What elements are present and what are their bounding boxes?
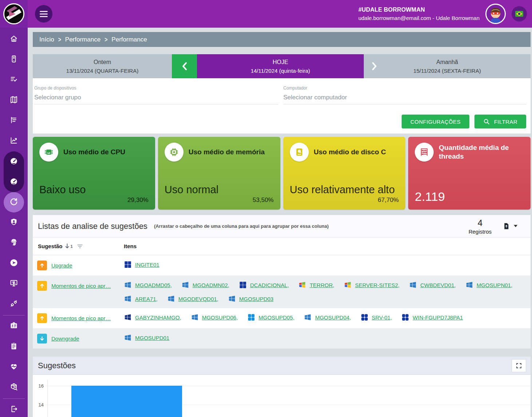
sidebar-item-home[interactable] xyxy=(0,29,28,49)
suggestion-link[interactable]: Momentos de pico apr… xyxy=(51,315,111,321)
filter-column-icon[interactable] xyxy=(77,244,83,249)
search-box-icon xyxy=(9,382,18,393)
computer-link[interactable]: CWBDEVD01, xyxy=(409,281,456,289)
computer-link[interactable]: SERVER-SITES2, xyxy=(344,281,399,289)
sidebar-item-line-chart[interactable] xyxy=(0,131,28,151)
computer-name: INGITE01 xyxy=(135,262,159,268)
date-prev-segment[interactable]: Ontem 13/11/2024 (QUARTA-FEIRA) xyxy=(33,54,172,78)
brazil-flag-icon xyxy=(515,11,523,17)
breadcrumb-separator-icon: > xyxy=(105,36,107,43)
metric-card-disk[interactable]: Uso médio de disco CUso relativamente al… xyxy=(283,137,406,210)
metric-card-value: 2.119 xyxy=(415,190,445,204)
computer-link[interactable]: MGOSUPD04, xyxy=(304,313,351,321)
date-today-date: 14/11/2024 (quinta-feira) xyxy=(251,68,310,74)
sidebar-item-fingerprint[interactable] xyxy=(0,233,28,253)
task-list-icon xyxy=(9,75,18,85)
suggestion-link[interactable]: Upgrade xyxy=(51,262,72,269)
suggestion-link[interactable]: Momentos de pico apr… xyxy=(51,283,111,289)
fullscreen-icon xyxy=(516,362,522,369)
id-card-icon xyxy=(9,321,18,331)
sidebar-item-id-card[interactable] xyxy=(0,316,28,337)
chevron-right-icon[interactable] xyxy=(370,61,378,71)
date-prev-date: 13/11/2024 (QUARTA-FEIRA) xyxy=(66,68,138,74)
sidebar-item-cable[interactable] xyxy=(0,294,28,314)
column-suggestion[interactable]: Sugestão 1 xyxy=(38,243,124,249)
hamburger-menu-button[interactable] xyxy=(35,5,52,23)
column-items[interactable]: Itens xyxy=(124,243,137,249)
suggestion-cell: Momentos de pico apr… xyxy=(37,313,124,323)
computer-link[interactable]: TERROR, xyxy=(298,281,334,289)
settings-button[interactable]: CONFIGURAÇÕES xyxy=(402,115,469,128)
avatar[interactable] xyxy=(485,4,506,24)
windows-persp-blue xyxy=(191,313,199,321)
computer-name: MGOSUPD04, xyxy=(315,314,351,321)
sidebar-item-logout[interactable] xyxy=(0,400,28,417)
computer-link[interactable]: INGITE01 xyxy=(124,261,159,269)
computer-link[interactable]: MGOADMN02, xyxy=(181,281,229,289)
computer-link[interactable]: DCADICIONAL, xyxy=(239,281,289,289)
computer-filter-input[interactable] xyxy=(283,91,526,104)
search-icon xyxy=(483,118,490,125)
language-button[interactable] xyxy=(512,6,527,21)
app-logo[interactable] xyxy=(0,0,28,28)
windows-persp-blue xyxy=(124,295,132,303)
sidebar-item-map[interactable] xyxy=(0,90,28,111)
sidebar-item-monitor-transfer[interactable] xyxy=(0,274,28,294)
computer-name: TERROR, xyxy=(310,282,334,288)
sidebar-item-gauge[interactable] xyxy=(4,151,24,172)
export-button[interactable] xyxy=(503,222,517,230)
breadcrumb-item[interactable]: Início xyxy=(39,36,54,43)
sidebar-item-shield-user[interactable] xyxy=(0,213,28,233)
metric-card-memory[interactable]: Uso médio de memóriaUso normal53,50% xyxy=(158,137,280,210)
sidebar-item-gauge[interactable] xyxy=(4,172,24,192)
fullscreen-button[interactable] xyxy=(512,359,526,372)
sidebar-item-devices[interactable] xyxy=(0,49,28,70)
computer-link[interactable]: MGODEVQD01, xyxy=(167,295,218,303)
items-cell: MGOSUPD01 xyxy=(124,334,527,342)
date-prev-button[interactable] xyxy=(172,54,197,78)
computer-link[interactable]: MGOSUPD01 xyxy=(124,334,169,342)
sidebar-item-clipboard[interactable] xyxy=(0,337,28,357)
date-today-segment[interactable]: HOJE 14/11/2024 (quinta-feira) xyxy=(197,54,364,78)
computer-link[interactable]: SRV-01, xyxy=(360,313,392,321)
group-filter-input[interactable] xyxy=(34,91,278,104)
sidebar-item-heart-pulse[interactable] xyxy=(0,357,28,377)
sidebar-item-send[interactable] xyxy=(0,253,28,274)
computer-link[interactable]: GABYZINHAMGO, xyxy=(124,313,181,321)
computer-link[interactable]: MGOSUPD03 xyxy=(228,295,273,303)
table-row: Momentos de pico apr…GABYZINHAMGO,MGOSUP… xyxy=(33,308,531,328)
computer-link[interactable]: MGOSUPD06, xyxy=(191,313,238,321)
chart-body: 1614 xyxy=(33,375,531,417)
suggestion-link[interactable]: Downgrade xyxy=(51,335,79,342)
breadcrumb-item[interactable]: Performance xyxy=(111,36,147,43)
chart-bar[interactable] xyxy=(71,386,182,417)
sidebar-item-search-box[interactable] xyxy=(0,377,28,398)
filter-button[interactable]: FILTRAR xyxy=(474,115,526,128)
chevron-left-icon xyxy=(181,61,189,71)
computer-name: WIN-FGUPD7J8PA1 xyxy=(413,314,463,321)
metric-card-status: Baixo uso xyxy=(39,184,149,196)
breadcrumb-separator-icon: > xyxy=(58,36,61,43)
metric-card-threads[interactable]: Quantidade média de threads2.119 xyxy=(408,137,531,210)
sidebar-item-hierarchy[interactable] xyxy=(0,111,28,131)
metric-card-value: 67,70% xyxy=(378,196,399,204)
table-toolbar: Listas de analise de sugestões (Arrastar… xyxy=(33,215,531,238)
suggestions-rows: UpgradeINGITE01Momentos de pico apr…MGOA… xyxy=(33,255,531,349)
computer-link[interactable]: WIN-FGUPD7J8PA1 xyxy=(401,313,463,321)
chart-title: Sugestões xyxy=(38,361,76,370)
y-tick-label: 16 xyxy=(33,383,44,389)
date-next-segment[interactable]: Amanhã 15/11/2024 (SEXTA-FEIRA) xyxy=(364,54,531,78)
sidebar-item-sync[interactable] xyxy=(4,192,24,213)
suggestions-table: Listas de analise de sugestões (Arrastar… xyxy=(33,215,531,349)
computer-link[interactable]: MGOSUPN01, xyxy=(465,281,512,289)
windows-colorful xyxy=(298,281,306,289)
breadcrumb-item[interactable]: Performance xyxy=(65,36,101,43)
group-filter-label: Grupo de dispositivos xyxy=(34,86,278,91)
computer-link[interactable]: MGOSUPD05, xyxy=(247,313,294,321)
windows-persp-blue xyxy=(181,281,189,289)
devices-icon xyxy=(9,55,18,65)
metric-card-cpu[interactable]: Uso médio de CPUBaixo uso29,30% xyxy=(33,137,155,210)
sidebar-item-task-list[interactable] xyxy=(0,70,28,90)
computer-link[interactable]: AREA71, xyxy=(124,295,158,303)
computer-link[interactable]: MGOADMD05, xyxy=(124,281,172,289)
